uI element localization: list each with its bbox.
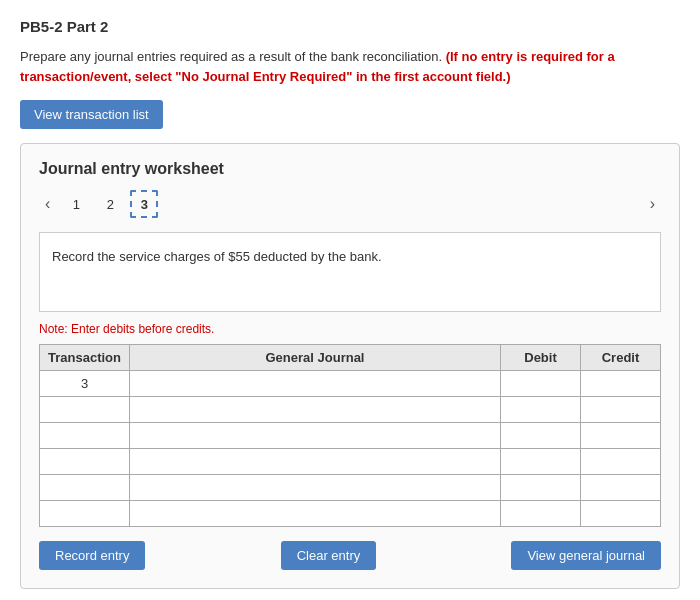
debit-input[interactable] (505, 477, 576, 498)
transaction-cell (40, 501, 130, 527)
general-journal-cell[interactable] (130, 449, 501, 475)
general-journal-input[interactable] (134, 399, 496, 420)
credit-cell[interactable] (581, 501, 661, 527)
prev-arrow[interactable]: ‹ (39, 193, 56, 215)
debit-input[interactable] (505, 425, 576, 446)
debit-cell[interactable] (501, 449, 581, 475)
tab-3[interactable]: 3 (130, 190, 158, 218)
instruction-box: Record the service charges of $55 deduct… (39, 232, 661, 312)
general-journal-cell[interactable] (130, 475, 501, 501)
bottom-buttons: Record entry Clear entry View general jo… (39, 541, 661, 570)
general-journal-cell[interactable] (130, 371, 501, 397)
tab-2[interactable]: 2 (96, 190, 124, 218)
clear-entry-button[interactable]: Clear entry (281, 541, 377, 570)
transaction-cell: 3 (40, 371, 130, 397)
view-transaction-button[interactable]: View transaction list (20, 100, 163, 129)
debit-cell[interactable] (501, 501, 581, 527)
credit-cell[interactable] (581, 423, 661, 449)
general-journal-input[interactable] (134, 373, 496, 394)
debit-input[interactable] (505, 373, 576, 394)
journal-table: Transaction General Journal Debit Credit… (39, 344, 661, 527)
table-row (40, 423, 661, 449)
instructions-text: Prepare any journal entries required as … (20, 47, 680, 86)
tab-navigation: ‹ 1 2 3 › (39, 190, 661, 218)
credit-input[interactable] (585, 373, 656, 394)
col-header-transaction: Transaction (40, 345, 130, 371)
next-arrow[interactable]: › (644, 193, 661, 215)
debit-cell[interactable] (501, 475, 581, 501)
worksheet-container: Journal entry worksheet ‹ 1 2 3 › Record… (20, 143, 680, 589)
transaction-cell (40, 449, 130, 475)
tab-1[interactable]: 1 (62, 190, 90, 218)
col-header-debit: Debit (501, 345, 581, 371)
general-journal-cell[interactable] (130, 423, 501, 449)
table-row (40, 501, 661, 527)
credit-cell[interactable] (581, 397, 661, 423)
general-journal-input[interactable] (134, 451, 496, 472)
debit-cell[interactable] (501, 423, 581, 449)
table-row: 3 (40, 371, 661, 397)
transaction-cell (40, 397, 130, 423)
table-row (40, 449, 661, 475)
general-journal-input[interactable] (134, 477, 496, 498)
page-title: PB5-2 Part 2 (20, 18, 680, 35)
instruction-box-text: Record the service charges of $55 deduct… (52, 249, 382, 264)
debit-cell[interactable] (501, 371, 581, 397)
table-row (40, 475, 661, 501)
credit-cell[interactable] (581, 449, 661, 475)
debit-cell[interactable] (501, 397, 581, 423)
debit-input[interactable] (505, 399, 576, 420)
credit-input[interactable] (585, 503, 656, 524)
view-general-journal-button[interactable]: View general journal (511, 541, 661, 570)
table-row (40, 397, 661, 423)
debit-input[interactable] (505, 451, 576, 472)
record-entry-button[interactable]: Record entry (39, 541, 145, 570)
col-header-credit: Credit (581, 345, 661, 371)
col-header-general-journal: General Journal (130, 345, 501, 371)
general-journal-input[interactable] (134, 503, 496, 524)
credit-input[interactable] (585, 451, 656, 472)
transaction-cell (40, 423, 130, 449)
debit-input[interactable] (505, 503, 576, 524)
transaction-cell (40, 475, 130, 501)
credit-cell[interactable] (581, 475, 661, 501)
general-journal-input[interactable] (134, 425, 496, 446)
credit-input[interactable] (585, 425, 656, 446)
credit-cell[interactable] (581, 371, 661, 397)
general-journal-cell[interactable] (130, 501, 501, 527)
general-journal-cell[interactable] (130, 397, 501, 423)
worksheet-title: Journal entry worksheet (39, 160, 661, 178)
instructions-main: Prepare any journal entries required as … (20, 49, 442, 64)
credit-input[interactable] (585, 399, 656, 420)
note-text: Note: Enter debits before credits. (39, 322, 661, 336)
table-header-row: Transaction General Journal Debit Credit (40, 345, 661, 371)
credit-input[interactable] (585, 477, 656, 498)
